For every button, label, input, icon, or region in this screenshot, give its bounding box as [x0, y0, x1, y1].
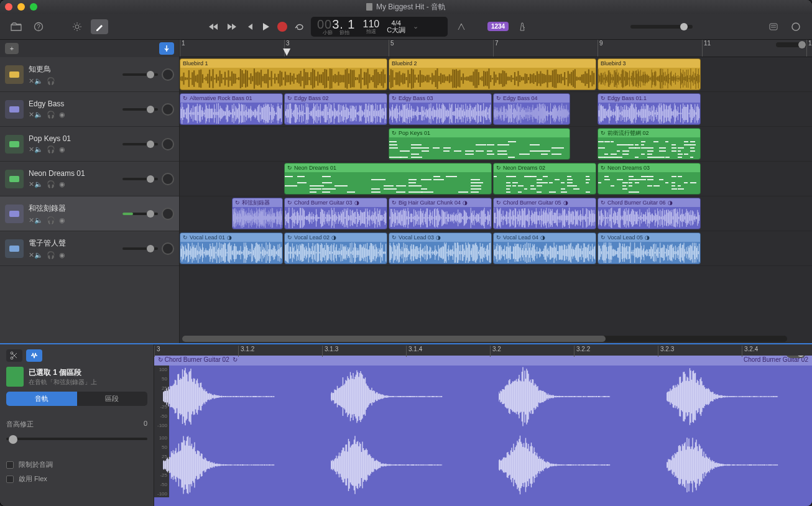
- track-volume-slider[interactable]: [122, 73, 158, 76]
- region[interactable]: ↻Alternative Rock Bass 01: [180, 93, 283, 125]
- horizontal-zoom-slider[interactable]: [776, 42, 807, 47]
- headphone-icon[interactable]: 🎧: [47, 180, 55, 188]
- region[interactable]: ↻Vocal Lead 03 ◑: [389, 232, 492, 264]
- editor-ruler[interactable]: 33.1.23.1.33.1.43.23.2.23.2.33.2.4: [154, 344, 812, 356]
- headphone-icon[interactable]: 🎧: [47, 145, 55, 154]
- input-icon[interactable]: ◉: [59, 180, 65, 188]
- window-zoom-button[interactable]: [30, 3, 37, 11]
- notepad-button[interactable]: [765, 19, 782, 34]
- track-pan-knob[interactable]: [162, 208, 174, 220]
- settings-gear-icon[interactable]: [68, 19, 86, 34]
- track-volume-slider[interactable]: [122, 213, 158, 215]
- track-header[interactable]: 和弦刻錄器 ✕🔈 🎧 ◉: [0, 196, 179, 231]
- region[interactable]: ↻Edgy Bass 02: [284, 93, 387, 125]
- enable-flex-checkbox[interactable]: 啟用 Flex: [6, 474, 147, 484]
- region[interactable]: ↻Vocal Lead 04 ◑: [493, 232, 596, 264]
- region[interactable]: ↻前衛流行聲網 02: [597, 128, 701, 160]
- region[interactable]: ↻Vocal Lead 02 ◑: [284, 232, 387, 264]
- region[interactable]: ↻Edgy Bass 03: [389, 93, 492, 125]
- input-icon[interactable]: ◉: [59, 111, 65, 119]
- library-button[interactable]: [7, 19, 25, 34]
- track-volume-slider[interactable]: [122, 247, 158, 250]
- mute-icon[interactable]: ✕🔈: [29, 251, 43, 259]
- mute-icon[interactable]: ✕🔈: [29, 216, 43, 224]
- region[interactable]: Bluebird 3: [597, 58, 701, 90]
- input-icon[interactable]: ◉: [59, 251, 65, 259]
- mute-icon[interactable]: ✕🔈: [29, 111, 43, 119]
- editor-tab-track[interactable]: 音軌: [6, 392, 77, 406]
- mute-icon[interactable]: ✕🔈: [29, 77, 43, 85]
- editor-tab-segment[interactable]: 音軌 區段: [6, 392, 147, 406]
- headphone-icon[interactable]: 🎧: [47, 77, 55, 85]
- region[interactable]: Bluebird 2: [389, 58, 596, 90]
- track-volume-slider[interactable]: [122, 108, 158, 111]
- input-icon[interactable]: ◉: [59, 145, 65, 154]
- region[interactable]: ↻Neon Dreams 02: [493, 163, 596, 195]
- horizontal-scrollbar[interactable]: [182, 336, 787, 342]
- track-filter-button[interactable]: [159, 42, 174, 55]
- add-track-button[interactable]: +: [5, 43, 19, 54]
- mute-icon[interactable]: ✕🔈: [29, 180, 43, 188]
- record-button[interactable]: [277, 22, 287, 32]
- headphone-icon[interactable]: 🎧: [47, 251, 55, 259]
- count-in-pill[interactable]: 1234: [487, 22, 509, 31]
- loop-icon: ↻: [183, 234, 188, 241]
- timeline-ruler[interactable]: 1357911131517192123: [180, 40, 812, 57]
- limit-to-key-checkbox[interactable]: 限制於音調: [6, 460, 147, 469]
- window-minimize-button[interactable]: [17, 3, 25, 11]
- lcd-timesig: 4/4: [392, 20, 401, 27]
- forward-button[interactable]: [226, 22, 238, 31]
- region[interactable]: ↻Chord Burner Guitar 06 ◑: [597, 198, 701, 229]
- headphone-icon[interactable]: 🎧: [47, 216, 55, 224]
- window-close-button[interactable]: [5, 3, 12, 11]
- arrange-area[interactable]: 1357911131517192123 Bluebird 1Bluebird 2…: [180, 40, 812, 343]
- play-button[interactable]: [261, 22, 270, 32]
- track-volume-slider[interactable]: [122, 143, 158, 145]
- region[interactable]: ↻Neon Dreams 03: [597, 163, 701, 195]
- master-volume-slider[interactable]: [630, 25, 693, 29]
- editor-scissors-icon[interactable]: [6, 349, 22, 362]
- pitch-correction-slider[interactable]: [6, 434, 147, 444]
- region[interactable]: ↻Vocal Lead 05 ◑: [597, 232, 701, 264]
- headphone-icon[interactable]: 🎧: [47, 111, 55, 119]
- track-pan-knob[interactable]: [162, 68, 174, 81]
- region[interactable]: ↻Vocal Lead 01 ◑: [180, 232, 283, 264]
- editor-ruler-mark: 3.1.4: [406, 346, 422, 357]
- rewind-button[interactable]: [208, 22, 219, 31]
- region[interactable]: ↻Edgy Bass 04: [493, 93, 570, 125]
- region[interactable]: ↻Big Hair Guitar Chunk 04 ◑: [389, 198, 492, 229]
- region[interactable]: Bluebird 1: [180, 58, 387, 90]
- track-header[interactable]: 知更鳥 ✕🔈 🎧: [0, 57, 179, 92]
- track-header[interactable]: Edgy Bass ✕🔈 🎧 ◉: [0, 92, 179, 127]
- region[interactable]: ↻Pop Keys 01: [389, 128, 570, 160]
- mute-icon[interactable]: ✕🔈: [29, 145, 43, 154]
- lcd-display[interactable]: 003. 1 小節 節拍 110 拍速 4/4 C大調 ⌄: [311, 17, 448, 37]
- region[interactable]: ↻Chord Burner Guitar 05 ◑: [493, 198, 596, 229]
- editor-wave-icon[interactable]: [26, 349, 42, 362]
- region[interactable]: ↻Edgy Bass 01.1: [597, 93, 701, 125]
- track-header[interactable]: Pop Keys 01 ✕🔈 🎧 ◉: [0, 127, 179, 162]
- track-volume-slider[interactable]: [122, 178, 158, 180]
- region[interactable]: ↻Neon Dreams 01: [284, 163, 492, 195]
- region[interactable]: ↻和弦刻錄器: [232, 198, 283, 229]
- region[interactable]: ↻Chord Burner Guitar 03 ◑: [284, 198, 387, 229]
- editor-tab-region[interactable]: 區段: [77, 392, 148, 406]
- track-instrument-icon: [5, 205, 24, 223]
- metronome-icon[interactable]: [514, 19, 531, 34]
- track-pan-knob[interactable]: [162, 242, 174, 255]
- input-icon[interactable]: ◉: [59, 216, 65, 224]
- cycle-button[interactable]: [295, 22, 306, 31]
- go-to-start-button[interactable]: [245, 22, 254, 31]
- loop-icon: ↻: [496, 95, 501, 101]
- track-header[interactable]: 電子管人聲 ✕🔈 🎧 ◉: [0, 231, 179, 266]
- editor-waveform-area[interactable]: ⇆ 33.1.23.1.33.1.43.23.2.23.2.33.2.4 ↻ C…: [154, 344, 812, 506]
- tuner-button[interactable]: [453, 19, 470, 34]
- edit-pencil-icon[interactable]: [91, 19, 108, 34]
- lcd-dropdown-icon[interactable]: ⌄: [413, 22, 418, 30]
- track-pan-knob[interactable]: [162, 103, 174, 116]
- track-header[interactable]: Neon Dreams 01 ✕🔈 🎧 ◉: [0, 162, 179, 196]
- track-pan-knob[interactable]: [162, 138, 174, 150]
- help-button[interactable]: ?: [30, 19, 47, 34]
- loop-browser-button[interactable]: [787, 19, 805, 34]
- track-pan-knob[interactable]: [162, 173, 174, 185]
